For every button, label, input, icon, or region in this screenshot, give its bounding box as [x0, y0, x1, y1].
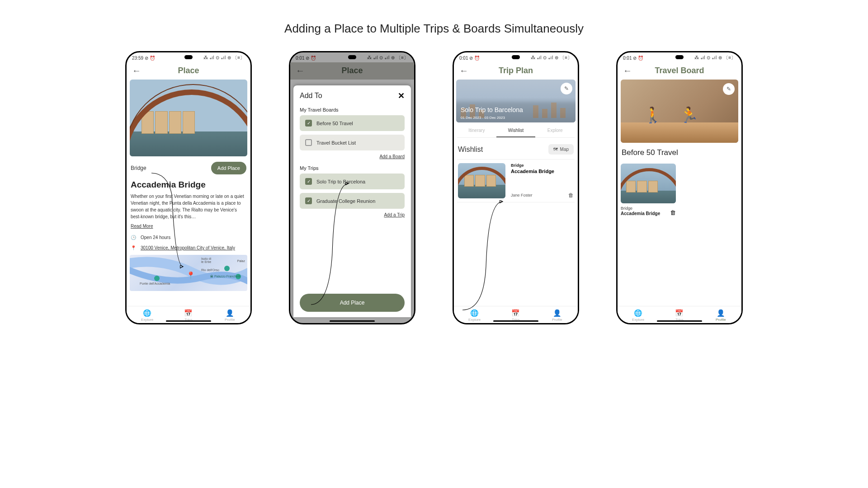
nav-profile[interactable]: 👤Profile	[537, 309, 578, 322]
tab-itinerary[interactable]: Itinerary	[457, 124, 496, 137]
calendar-icon: 📅	[659, 309, 700, 317]
calendar-icon: 📅	[168, 309, 209, 317]
trip-option[interactable]: ✓Graduate College Reunion	[300, 193, 405, 209]
appbar-title: Place	[127, 66, 250, 75]
pencil-icon: ✎	[726, 86, 731, 92]
trip-name: Solo Trip to Barcelona	[461, 106, 523, 113]
status-icons: ⁂ ₒıl ⊙ ₒıl ⊜ 〔≡〕	[531, 55, 572, 61]
notch	[348, 55, 356, 59]
status-icons: ⁂ ₒıl ⊙ ₒıl ⊜ 〔≡〕	[694, 55, 736, 61]
map-icon: 🗺	[553, 147, 558, 152]
board-hero-image: 🚶 🏃 ✎	[621, 80, 738, 143]
nav-explore[interactable]: 🌐Explore	[127, 309, 168, 322]
place-hero-image	[130, 80, 247, 156]
board-option[interactable]: Travel Bucket List	[300, 135, 405, 150]
read-more-link[interactable]: Read More	[130, 224, 154, 229]
add-board-link[interactable]: Add a Board	[300, 154, 405, 159]
tab-wishlist[interactable]: Wishlist	[496, 124, 536, 137]
trip-hero: ✎ Solo Trip to Barcelona 01 Dec 2023 - 0…	[456, 80, 576, 122]
home-indicator	[330, 320, 375, 322]
hours-text: Open 24 hours	[141, 235, 170, 240]
pin-icon: 📍	[131, 245, 136, 250]
profile-icon: 👤	[700, 309, 741, 317]
nav-profile[interactable]: 👤Profile	[700, 309, 741, 322]
card-category: Bridge	[621, 206, 660, 211]
place-map[interactable]: 📍 Isolo dile Erbe Palaz Rio dell'Orso 🏛 …	[130, 255, 247, 291]
svg-point-2	[154, 276, 160, 281]
checkbox-empty-icon	[305, 139, 312, 146]
checkbox-checked-icon: ✓	[305, 197, 312, 204]
pencil-icon: ✎	[564, 85, 569, 92]
notch	[184, 55, 193, 59]
back-icon[interactable]: ←	[623, 66, 632, 76]
home-indicator	[166, 320, 211, 322]
map-label: Isolo dile Erbe	[201, 257, 211, 263]
card-name: Accademia Bridge	[511, 169, 574, 174]
board-card-thumbnail[interactable]	[621, 164, 676, 203]
globe-icon: 🌐	[127, 309, 168, 317]
clock-icon: 🕒	[131, 235, 136, 240]
appbar-title: Trip Plan	[454, 66, 578, 75]
nav-trips[interactable]: 📅Trips	[659, 309, 700, 322]
map-label: Ponte dell'Accademia	[140, 282, 170, 285]
back-icon[interactable]: ←	[459, 66, 468, 76]
board-name: Before 50 Travel	[621, 148, 738, 157]
status-time: 0:01 ⊘ ⏰	[623, 56, 643, 61]
add-to-sheet: Add To ✕ My Travel Boards ✓Before 50 Tra…	[293, 85, 411, 317]
close-icon[interactable]: ✕	[398, 91, 405, 101]
trips-section-label: My Trips	[300, 165, 405, 171]
status-time: 23:59 ⊘ ⏰	[132, 56, 155, 61]
sheet-title: Add To	[300, 92, 322, 100]
map-toggle-button[interactable]: 🗺Map	[548, 144, 574, 155]
trash-icon[interactable]: 🗑	[670, 209, 676, 216]
place-name: Accademia Bridge	[130, 180, 247, 190]
globe-icon: 🌐	[618, 309, 659, 317]
nav-trips[interactable]: 📅Trips	[168, 309, 209, 322]
nav-explore[interactable]: 🌐Explore	[454, 309, 495, 322]
back-icon[interactable]: ←	[132, 66, 141, 76]
checkbox-checked-icon: ✓	[305, 120, 312, 127]
card-category: Bridge	[511, 163, 574, 168]
trash-icon[interactable]: 🗑	[568, 192, 574, 198]
status-icons: ⁂ ₒıl ⊙ ₒıl ⊜ 〔≡〕	[203, 55, 245, 61]
notch	[675, 55, 684, 59]
place-category: Bridge	[131, 165, 146, 171]
home-indicator	[493, 320, 538, 322]
profile-icon: 👤	[537, 309, 578, 317]
wishlist-heading: Wishlist	[458, 145, 483, 154]
trip-tabs: Itinerary Wishlist Explore	[457, 124, 575, 138]
tab-explore[interactable]: Explore	[535, 124, 575, 137]
phone-trip-plan: 0:01 ⊘ ⏰ ⁂ ₒıl ⊙ ₒıl ⊜ 〔≡〕 ← Trip Plan ✎…	[453, 51, 579, 324]
nav-profile[interactable]: 👤Profile	[209, 309, 250, 322]
add-place-confirm-button[interactable]: Add Place	[300, 294, 405, 312]
trip-dates: 01 Dec 2023 - 03 Dec 2023	[461, 116, 505, 120]
globe-icon: 🌐	[454, 309, 495, 317]
home-indicator	[657, 320, 702, 322]
address-link[interactable]: 30100 Venice, Metropolitan City of Venic…	[141, 245, 235, 250]
checkbox-checked-icon: ✓	[305, 178, 312, 185]
map-label: 🏛 Palazzo Franchetti	[210, 275, 241, 278]
card-thumbnail	[458, 163, 505, 198]
add-trip-link[interactable]: Add a Trip	[300, 212, 405, 217]
notch	[512, 55, 520, 59]
phone-add-to-sheet: 0:01 ⊘ ⏰ ⁂ ₒıl ⊙ ₒıl ⊜ 〔≡〕 ← Place Add T…	[289, 51, 415, 324]
nav-explore[interactable]: 🌐Explore	[618, 309, 659, 322]
map-label: Palaz	[237, 259, 245, 263]
map-pin-icon: 📍	[186, 271, 195, 280]
place-description: Whether on your first Venetian morning o…	[130, 193, 247, 220]
phone-place-detail: 23:59 ⊘ ⏰ ⁂ ₒıl ⊙ ₒıl ⊜ 〔≡〕 ← Place Brid…	[125, 51, 252, 324]
nav-trips[interactable]: 📅Trips	[495, 309, 536, 322]
edit-button[interactable]: ✎	[561, 83, 572, 94]
page-title: Adding a Place to Multiple Trips & Board…	[0, 0, 868, 36]
app-bar: ← Place	[127, 62, 250, 80]
map-label: Rio dell'Orso	[201, 268, 219, 272]
edit-button[interactable]: ✎	[723, 83, 735, 95]
card-name: Accademia Bridge	[621, 211, 660, 216]
calendar-icon: 📅	[495, 309, 536, 317]
board-option[interactable]: ✓Before 50 Travel	[300, 115, 405, 131]
wishlist-card[interactable]: Bridge Accademia Bridge Jane Foster 🗑	[457, 159, 575, 202]
phone-travel-board: 0:01 ⊘ ⏰ ⁂ ₒıl ⊙ ₒıl ⊜ 〔≡〕 ← Travel Boar…	[616, 51, 743, 324]
trip-option[interactable]: ✓Solo Trip to Barcelona	[300, 174, 405, 189]
add-place-button[interactable]: Add Place	[211, 162, 246, 174]
appbar-title: Travel Board	[618, 66, 741, 75]
